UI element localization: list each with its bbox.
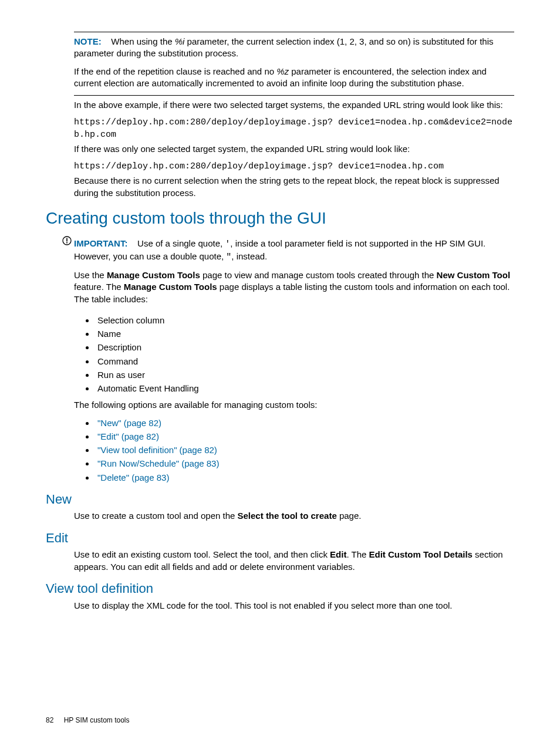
list-item: "Run Now/Schedule" (page 83)	[95, 458, 514, 470]
list-item: "View tool definition" (page 82)	[95, 444, 514, 456]
note-paragraph-2: If the end of the repetition clause is r…	[74, 66, 514, 90]
m-b3: Manage Custom Tools	[124, 282, 217, 292]
xref-edit[interactable]: "Edit" (page 82)	[97, 431, 159, 441]
xref-new[interactable]: "New" (page 82)	[97, 418, 161, 428]
heading-new: New	[46, 491, 514, 508]
percent-i: %i	[175, 36, 185, 46]
xref-view-tool-definition[interactable]: "View tool definition" (page 82)	[97, 445, 217, 455]
important-label: IMPORTANT:	[74, 238, 127, 248]
m-b1: Manage Custom Tools	[107, 270, 200, 280]
single-quote: '	[225, 239, 230, 249]
example-block: In the above example, if there were two …	[74, 99, 514, 199]
note-label: NOTE:	[74, 36, 102, 46]
list-item: Selection column	[95, 315, 514, 326]
url-example-2: https://deploy.hp.com:280/deploy/deployi…	[74, 161, 514, 173]
page-number: 82	[46, 716, 53, 724]
edit-b1: Edit	[330, 549, 346, 559]
heading-view-tool-definition: View tool definition	[46, 580, 514, 598]
view-body: Use to display the XML code for the tool…	[74, 600, 514, 612]
xref-list: "New" (page 82) "Edit" (page 82) "View t…	[74, 417, 514, 484]
table-columns-list: Selection column Name Description Comman…	[74, 315, 514, 395]
m-t3: feature. The	[74, 282, 124, 292]
edit-t1: Use to edit an existing custom tool. Sel…	[74, 549, 330, 559]
new-b1: Select the tool to create	[238, 511, 337, 521]
new-t2: page.	[337, 511, 362, 521]
note-p2-pre: If the end of the repetition clause is r…	[74, 66, 276, 76]
new-t1: Use to create a custom tool and open the	[74, 511, 238, 521]
list-item: "Delete" (page 83)	[95, 472, 514, 484]
page-footer: 82 HP SIM custom tools	[46, 715, 130, 725]
edit-b2: Edit Custom Tool Details	[369, 549, 473, 559]
m-b2: New Custom Tool	[437, 270, 511, 280]
list-item: Name	[95, 328, 514, 340]
new-body: Use to create a custom tool and open the…	[74, 510, 514, 522]
edit-t2: . The	[346, 549, 369, 559]
svg-rect-1	[66, 238, 68, 241]
m-t1: Use the	[74, 270, 107, 280]
imp-t1: Use of a single quote,	[137, 238, 225, 248]
note-block: NOTE: When using the %i parameter, the c…	[74, 36, 514, 89]
note-paragraph-1: NOTE: When using the %i parameter, the c…	[74, 36, 514, 60]
xref-delete[interactable]: "Delete" (page 83)	[97, 472, 169, 482]
list-item: Command	[95, 356, 514, 367]
list-item: Description	[95, 342, 514, 353]
list-item: "Edit" (page 82)	[95, 431, 514, 443]
percent-z: %z	[276, 66, 289, 76]
rule-after-note	[74, 95, 514, 96]
imp-t2: , inside a tool parameter field is not s…	[74, 238, 485, 261]
manage-paragraph: Use the Manage Custom Tools page to view…	[74, 269, 514, 305]
svg-point-2	[66, 242, 68, 243]
list-item: Automatic Event Handling	[95, 383, 514, 394]
important-text: IMPORTANT: Use of a single quote, ', ins…	[74, 238, 514, 264]
heading-edit: Edit	[46, 529, 514, 547]
important-icon	[46, 235, 74, 248]
xref-run-now-schedule[interactable]: "Run Now/Schedule" (page 83)	[97, 458, 219, 468]
edit-body: Use to edit an existing custom tool. Sel…	[74, 549, 514, 573]
note-p1-pre: When using the	[111, 36, 174, 46]
rule-top	[74, 32, 514, 32]
heading-creating-custom-tools: Creating custom tools through the GUI	[46, 207, 514, 229]
list-item: Run as user	[95, 369, 514, 381]
important-block: IMPORTANT: Use of a single quote, ', ins…	[46, 235, 514, 311]
options-intro: The following options are available for …	[74, 399, 514, 411]
imp-t3: , instead.	[231, 251, 267, 261]
double-quote: "	[226, 252, 231, 262]
m-t2: page to view and manage custom tools cre…	[200, 270, 437, 280]
example-intro: In the above example, if there were two …	[74, 99, 514, 111]
list-item: "New" (page 82)	[95, 417, 514, 429]
one-target-text: If there was only one selected target sy…	[74, 143, 514, 155]
footer-title: HP SIM custom tools	[64, 716, 130, 724]
page: NOTE: When using the %i parameter, the c…	[0, 0, 560, 746]
url-example-1: https://deploy.hp.com:280/deploy/deployi…	[74, 117, 514, 141]
suppress-text: Because there is no current selection wh…	[74, 175, 514, 199]
